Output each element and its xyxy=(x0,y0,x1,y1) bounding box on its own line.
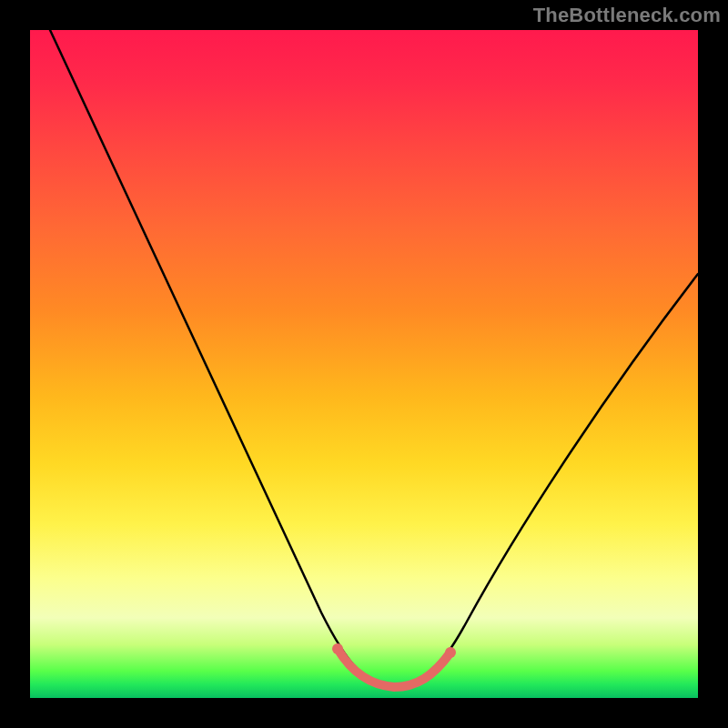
curve-highlight xyxy=(338,649,450,687)
curve-main xyxy=(50,30,698,687)
highlight-end-dot xyxy=(332,643,343,654)
highlight-end-dot xyxy=(445,647,456,658)
chart-frame: TheBottleneck.com xyxy=(0,0,728,728)
watermark-text: TheBottleneck.com xyxy=(533,4,721,27)
chart-curves xyxy=(30,30,698,698)
plot-area xyxy=(30,30,698,698)
